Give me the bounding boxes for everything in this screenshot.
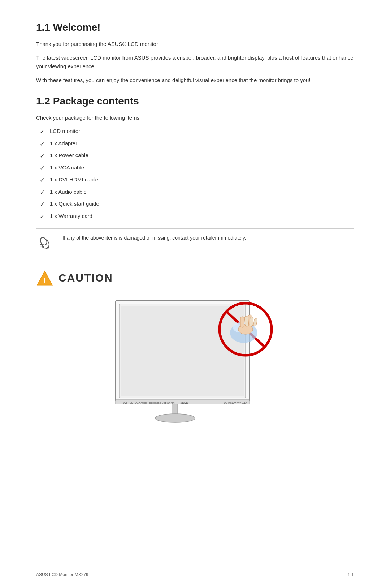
package-intro: Check your package for the following ite… xyxy=(36,113,354,122)
page-footer: ASUS LCD Monitor MX279 1-1 xyxy=(36,568,354,577)
caution-triangle-icon: ! xyxy=(36,269,53,287)
item-label: 1 x Audio cable xyxy=(50,188,87,196)
list-item: ✓ LCD monitor xyxy=(40,127,354,137)
package-list: ✓ LCD monitor ✓ 1 x Adapter ✓ 1 x Power … xyxy=(40,127,354,221)
package-heading: 1.2 Package contents xyxy=(36,95,354,107)
svg-text:DVI HDMI VGA Audio Headphone D: DVI HDMI VGA Audio Headphone DisplayPort xyxy=(123,402,174,404)
footer-page-number: 1-1 xyxy=(348,572,354,577)
notice-icon xyxy=(36,235,56,253)
section-package: 1.2 Package contents Check your package … xyxy=(36,95,354,258)
checkmark-icon: ✓ xyxy=(40,188,45,197)
list-item: ✓ 1 x Power cable xyxy=(40,151,354,161)
checkmark-icon: ✓ xyxy=(40,200,45,209)
svg-rect-9 xyxy=(121,306,244,396)
svg-rect-23 xyxy=(244,316,249,327)
item-label: 1 x Warranty card xyxy=(50,212,92,220)
item-label: 1 x Quick start guide xyxy=(50,200,99,208)
svg-text:/ISUS: /ISUS xyxy=(180,401,188,404)
notice-text: If any of the above items is damaged or … xyxy=(62,234,246,242)
caution-header: ! CAUTION xyxy=(36,269,354,287)
svg-rect-25 xyxy=(253,318,257,326)
svg-rect-22 xyxy=(240,317,244,327)
monitor-illustration-svg: DVI HDMI VGA Audio Headphone DisplayPort… xyxy=(94,293,296,438)
list-item: ✓ 1 x Quick start guide xyxy=(40,200,354,209)
caution-title: CAUTION xyxy=(58,272,113,284)
list-item: ✓ 1 x DVI-HDMI cable xyxy=(40,176,354,185)
list-item: ✓ 1 x Audio cable xyxy=(40,188,354,197)
caution-section: ! CAUTION DVI HDMI VGA Audio Headphone D… xyxy=(36,269,354,438)
checkmark-icon: ✓ xyxy=(40,127,45,137)
notice-box: If any of the above items is damaged or … xyxy=(36,228,354,258)
item-label: LCD monitor xyxy=(50,127,80,136)
welcome-para1: Thank you for purchasing the ASUS® LCD m… xyxy=(36,40,354,48)
checkmark-icon: ✓ xyxy=(40,176,45,185)
list-item: ✓ 1 x VGA cable xyxy=(40,164,354,173)
checkmark-icon: ✓ xyxy=(40,164,45,173)
checkmark-icon: ✓ xyxy=(40,151,45,161)
hand-icon xyxy=(36,235,53,252)
welcome-para2: The latest widescreen LCD monitor from A… xyxy=(36,53,354,71)
footer-model: ASUS LCD Monitor MX279 xyxy=(36,572,88,577)
svg-text:!: ! xyxy=(43,276,46,285)
item-label: 1 x DVI-HDMI cable xyxy=(50,176,98,184)
svg-point-15 xyxy=(155,414,195,422)
welcome-heading: 1.1 Welcome! xyxy=(36,22,354,33)
list-item: ✓ 1 x Warranty card xyxy=(40,212,354,222)
checkmark-icon: ✓ xyxy=(40,212,45,222)
welcome-para3: With these features, you can enjoy the c… xyxy=(36,76,354,85)
item-label: 1 x Adapter xyxy=(50,140,77,148)
checkmark-icon: ✓ xyxy=(40,140,45,149)
svg-text:DC IN 19V ===  2.1A: DC IN 19V === 2.1A xyxy=(224,402,247,404)
caution-illustration: DVI HDMI VGA Audio Headphone DisplayPort… xyxy=(36,293,354,438)
item-label: 1 x Power cable xyxy=(50,151,88,160)
svg-rect-24 xyxy=(250,317,254,327)
item-label: 1 x VGA cable xyxy=(50,164,84,172)
section-welcome: 1.1 Welcome! Thank you for purchasing th… xyxy=(36,22,354,85)
page-container: 1.1 Welcome! Thank you for purchasing th… xyxy=(0,0,390,588)
list-item: ✓ 1 x Adapter xyxy=(40,140,354,149)
